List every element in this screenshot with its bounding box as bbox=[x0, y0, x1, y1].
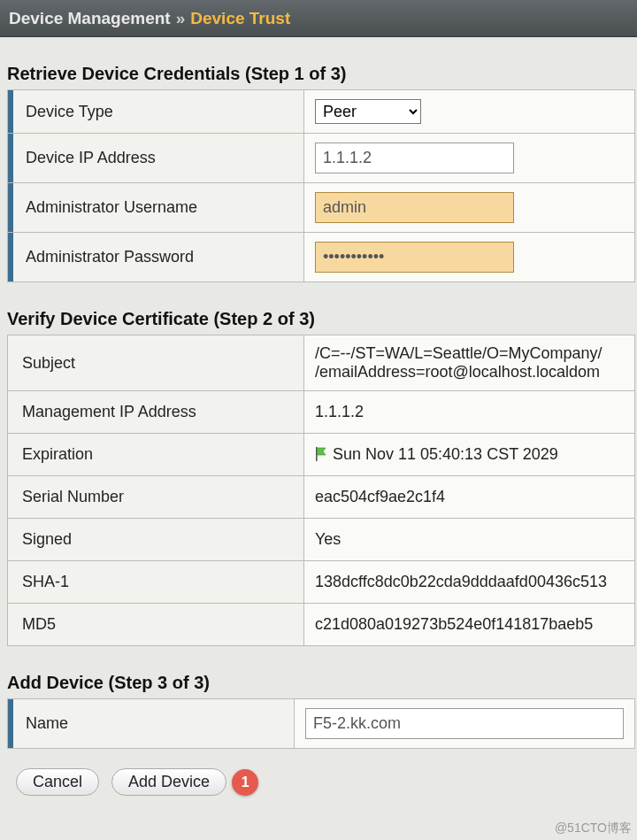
subject-label: Subject bbox=[8, 335, 304, 391]
mgmt-ip-value: 1.1.1.2 bbox=[304, 391, 635, 434]
mgmt-ip-label: Management IP Address bbox=[8, 391, 304, 434]
step2-heading: Verify Device Certificate (Step 2 of 3) bbox=[7, 309, 637, 329]
md5-label: MD5 bbox=[8, 604, 304, 646]
md5-value: c21d080a019273b524e0f141817baeb5 bbox=[304, 604, 635, 646]
subject-value: /C=--/ST=WA/L=Seattle/O=MyCompany/ /emai… bbox=[304, 335, 635, 391]
signed-value: Yes bbox=[304, 519, 635, 561]
signed-label: Signed bbox=[8, 519, 304, 561]
breadcrumb: Device Management » Device Trust bbox=[0, 0, 637, 37]
admin-username-input[interactable] bbox=[315, 192, 514, 223]
name-input[interactable] bbox=[305, 708, 624, 739]
admin-password-input[interactable] bbox=[315, 242, 514, 273]
serial-value: eac504cf9ae2c1f4 bbox=[304, 476, 635, 519]
footer-buttons: Cancel Add Device 1 bbox=[16, 768, 637, 796]
device-ip-label: Device IP Address bbox=[8, 134, 304, 183]
step1-table: Device Type Peer Device IP Address Admin… bbox=[7, 89, 635, 282]
name-label: Name bbox=[8, 699, 295, 749]
flag-icon bbox=[315, 447, 327, 461]
breadcrumb-separator: » bbox=[176, 9, 186, 28]
step2-table: Subject /C=--/ST=WA/L=Seattle/O=MyCompan… bbox=[7, 335, 635, 646]
admin-password-label: Administrator Password bbox=[8, 233, 304, 282]
add-device-button[interactable]: Add Device bbox=[111, 768, 226, 796]
sha1-label: SHA-1 bbox=[8, 561, 304, 604]
serial-label: Serial Number bbox=[8, 476, 304, 519]
annotation-badge: 1 bbox=[232, 769, 258, 796]
step3-heading: Add Device (Step 3 of 3) bbox=[7, 673, 637, 693]
device-ip-input[interactable] bbox=[315, 143, 514, 173]
expiration-value: Sun Nov 11 05:40:13 CST 2029 bbox=[304, 434, 635, 476]
breadcrumb-current: Device Trust bbox=[190, 9, 290, 28]
cancel-button[interactable]: Cancel bbox=[16, 768, 99, 796]
step3-table: Name bbox=[7, 698, 635, 749]
step1-heading: Retrieve Device Credentials (Step 1 of 3… bbox=[7, 64, 637, 84]
device-type-label: Device Type bbox=[8, 90, 304, 134]
admin-username-label: Administrator Username bbox=[8, 183, 304, 233]
expiration-text: Sun Nov 11 05:40:13 CST 2029 bbox=[333, 445, 558, 463]
watermark: @51CTO博客 bbox=[555, 821, 632, 836]
breadcrumb-parent[interactable]: Device Management bbox=[9, 9, 171, 28]
expiration-label: Expiration bbox=[8, 434, 304, 476]
sha1-value: 138dcffc8dc0b22cda9dddaafd00436c513 bbox=[304, 561, 635, 604]
device-type-select[interactable]: Peer bbox=[315, 99, 421, 124]
